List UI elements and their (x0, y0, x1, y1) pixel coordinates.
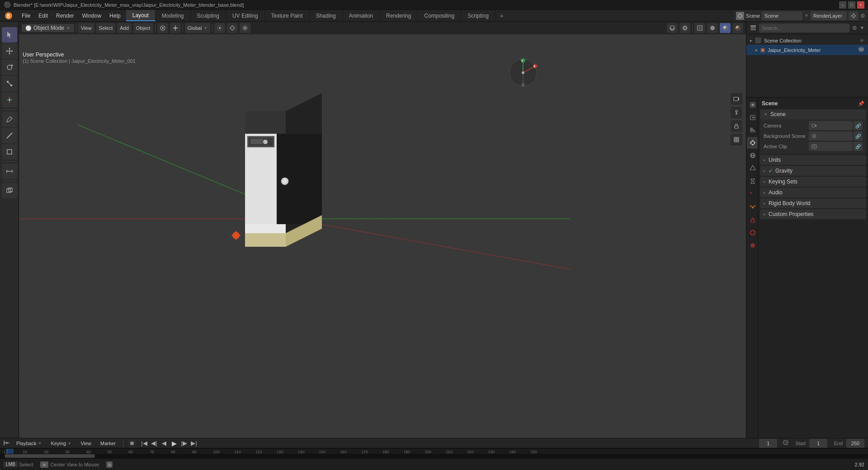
camera-value[interactable] (809, 121, 853, 130)
end-frame-input[interactable]: 250 (846, 439, 864, 448)
play-reverse-btn[interactable]: ◀ (160, 439, 169, 448)
menu-help[interactable]: Help (106, 12, 124, 20)
annotate-poly-btn[interactable] (2, 144, 17, 160)
proportional-editing-btn[interactable] (240, 23, 250, 33)
tab-uv-editing[interactable]: UV Editing (226, 10, 265, 21)
timeline-ruler[interactable]: 1102030405060708090100110120130140150160… (0, 448, 868, 454)
menu-window[interactable]: Window (78, 12, 105, 20)
outliner-search[interactable] (759, 24, 849, 33)
prev-keyframe-btn[interactable]: ◀| (150, 439, 159, 448)
rotate-tool-btn[interactable] (2, 60, 17, 75)
object-props-tab[interactable] (747, 162, 758, 174)
tab-add[interactable]: + (495, 10, 508, 21)
material-props-tab[interactable] (747, 240, 758, 251)
annotate-line-btn[interactable] (2, 128, 17, 143)
record-btn[interactable] (128, 439, 136, 447)
next-keyframe-btn[interactable]: |▶ (179, 439, 189, 448)
tab-animation[interactable]: Animation (343, 10, 380, 21)
output-props-tab[interactable] (747, 112, 758, 123)
annotate-tool-btn[interactable] (2, 112, 17, 127)
scene-props-tab[interactable] (747, 137, 758, 149)
rendered-btn[interactable] (732, 23, 743, 33)
maximize-btn[interactable]: □ (848, 1, 855, 9)
outliner-filter-icon[interactable]: ⚙ (852, 25, 857, 31)
jump-end-btn[interactable]: ▶| (189, 439, 198, 448)
gravity-section-header[interactable]: ▸ ✔ Gravity (760, 166, 866, 176)
start-frame-input[interactable]: 1 (809, 439, 827, 448)
render-settings-btn[interactable] (849, 11, 859, 20)
active-clip-link-icon[interactable]: 🔗 (854, 142, 863, 151)
play-btn[interactable]: ▶ (170, 439, 179, 448)
lock-rotation-btn[interactable] (731, 120, 742, 132)
keying-sets-header[interactable]: ▸ Keying Sets (760, 177, 866, 187)
transform-tool-btn[interactable] (2, 92, 17, 108)
keying-menu[interactable]: Keying ▼ (48, 440, 75, 446)
world-props-tab[interactable] (747, 150, 758, 161)
add-menu[interactable]: Add (117, 23, 132, 33)
material-btn[interactable] (720, 23, 731, 33)
move-tool-btn[interactable] (2, 43, 17, 59)
solid-btn[interactable] (707, 23, 718, 33)
view-menu[interactable]: View (78, 23, 94, 33)
outliner-options-icon[interactable]: ▼ (860, 25, 864, 30)
pivot-point-btn[interactable] (214, 23, 225, 33)
rigid-body-header[interactable]: ▸ Rigid Body World (760, 198, 866, 208)
menu-edit[interactable]: Edit (35, 12, 52, 20)
view-layer-tab[interactable] (747, 124, 758, 136)
minimize-btn[interactable]: – (839, 1, 846, 9)
units-section-header[interactable]: ▸ Units (760, 155, 866, 165)
scene-dropdown[interactable]: Scene (762, 11, 802, 20)
xray-btn[interactable] (679, 23, 690, 33)
wireframe-btn[interactable] (694, 23, 705, 33)
camera-link-icon[interactable]: 🔗 (854, 121, 863, 130)
meter-collection-item[interactable]: ▸ ▣ Jaipur_Electricity_Meter (746, 45, 868, 55)
constraints-props-tab[interactable] (747, 214, 758, 226)
camera-view-btn[interactable] (731, 93, 742, 105)
snapping-btn[interactable] (227, 23, 238, 33)
custom-props-header[interactable]: ▸ Custom Properties (760, 209, 866, 219)
audio-section-header[interactable]: ▸ Audio (760, 188, 866, 197)
object-mode-dropdown[interactable]: ⚪ Object Mode ▼ (22, 24, 74, 32)
viewport-canvas[interactable]: Y X User Perspective (1) Scene Collectio… (19, 34, 746, 438)
tab-modeling[interactable]: Modeling (156, 10, 191, 21)
local-view-btn[interactable] (157, 23, 168, 33)
props-pin-icon[interactable]: 📌 (858, 101, 864, 107)
scrollbar-thumb[interactable] (5, 454, 95, 458)
add-cube-btn[interactable] (2, 183, 17, 198)
data-props-tab[interactable] (747, 227, 758, 239)
scene-collection-item[interactable]: ▸ ⬛ Scene Collection 👁 (746, 36, 868, 45)
modifier-props-tab[interactable] (747, 175, 758, 187)
transform-orientation[interactable]: Global ▼ (185, 23, 211, 33)
cursor-snap-btn[interactable] (170, 23, 181, 33)
jump-start-btn[interactable]: |◀ (140, 439, 149, 448)
particles-props-tab[interactable] (747, 189, 758, 201)
object-menu[interactable]: Object (133, 23, 153, 33)
select-menu[interactable]: Select (96, 23, 116, 33)
render-props-tab[interactable] (747, 99, 758, 111)
active-clip-value[interactable] (809, 142, 853, 151)
tab-texture-paint[interactable]: Texture Paint (265, 10, 310, 21)
walk-navigation-btn[interactable] (731, 107, 742, 118)
menu-file[interactable]: File (18, 12, 34, 20)
menu-render[interactable]: Render (52, 12, 77, 20)
gravity-check[interactable]: ✔ (769, 168, 773, 174)
view-menu-tl[interactable]: View (78, 440, 94, 446)
current-frame-counter[interactable]: 1 (759, 439, 777, 448)
tab-layout[interactable]: Layout (126, 10, 156, 21)
timeline-scrollbar[interactable] (0, 454, 868, 458)
playback-menu[interactable]: Playback ▼ (14, 440, 45, 446)
tab-shading[interactable]: Shading (310, 10, 343, 21)
physics-props-tab[interactable] (747, 202, 758, 213)
tab-compositing[interactable]: Compositing (418, 10, 461, 21)
eye-icon[interactable]: 👁 (859, 38, 864, 43)
render-layer-dropdown[interactable]: RenderLayer (811, 11, 847, 20)
scale-tool-btn[interactable] (2, 76, 17, 91)
close-btn[interactable]: × (857, 1, 864, 9)
view-all-btn[interactable] (731, 134, 742, 146)
bg-scene-link-icon[interactable]: 🔗 (854, 132, 863, 141)
tab-rendering[interactable]: Rendering (380, 10, 418, 21)
marker-menu[interactable]: Marker (98, 440, 118, 446)
collection-vis-icon[interactable] (858, 46, 864, 54)
cursor-tool-btn[interactable] (2, 27, 17, 42)
tab-sculpting[interactable]: Sculpting (191, 10, 226, 21)
